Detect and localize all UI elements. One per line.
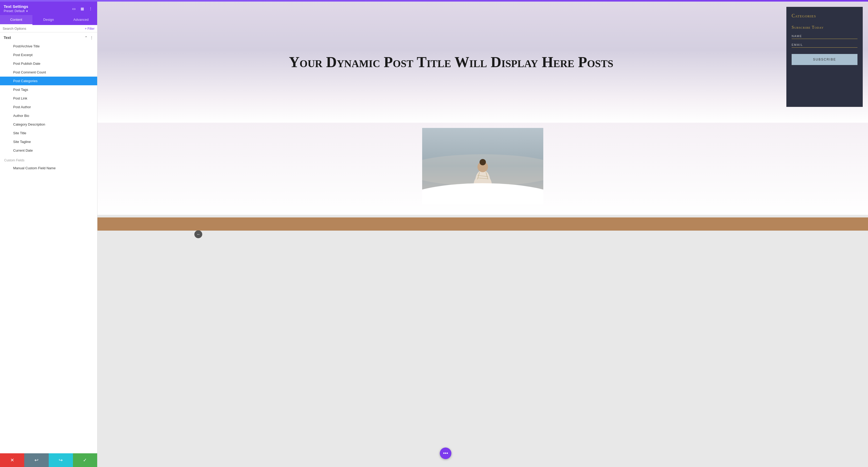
resize-icon[interactable]: ▭ bbox=[71, 6, 76, 11]
main-layout: Text Settings Preset: Default ▼ ▭ ▦ ⋮ Co… bbox=[0, 2, 868, 467]
post-image bbox=[422, 128, 543, 204]
tab-design[interactable]: Design bbox=[32, 15, 65, 25]
list-item-post-author[interactable]: Post Author bbox=[0, 103, 97, 111]
more-options-icon[interactable]: ⋮ bbox=[88, 6, 93, 11]
sidebar-email-label: EMAIL bbox=[792, 43, 858, 46]
text-section-header: Text ⌃ ⋮ bbox=[0, 32, 97, 42]
panel-preset[interactable]: Preset: Default ▼ bbox=[4, 9, 28, 13]
redo-button[interactable]: ↪ bbox=[49, 453, 73, 467]
section-more-icon[interactable]: ⋮ bbox=[90, 35, 93, 40]
svg-point-8 bbox=[479, 159, 486, 165]
tab-content[interactable]: Content bbox=[0, 15, 32, 25]
list-item-site-title[interactable]: Site Title bbox=[0, 129, 97, 137]
right-sidebar-card: Categories Subscribe Today NAME EMAIL Su… bbox=[786, 7, 863, 107]
search-input[interactable] bbox=[3, 27, 83, 31]
tab-advanced[interactable]: Advanced bbox=[65, 15, 97, 25]
subscribe-button[interactable]: Subscribe bbox=[792, 54, 858, 65]
list-item-post-excerpt[interactable]: Post Excerpt bbox=[0, 51, 97, 59]
confirm-button[interactable]: ✓ bbox=[73, 453, 97, 467]
left-panel: Text Settings Preset: Default ▼ ▭ ▦ ⋮ Co… bbox=[0, 2, 97, 467]
list-item-post-categories[interactable]: Post Categories bbox=[0, 76, 97, 85]
list-item-post-tags[interactable]: Post Tags bbox=[0, 85, 97, 94]
list-item-post-link[interactable]: Post Link bbox=[0, 94, 97, 103]
cancel-button[interactable]: ✕ bbox=[0, 453, 24, 467]
sidebar-name-label: NAME bbox=[792, 34, 858, 38]
list-item-post-publish-date[interactable]: Post Publish Date bbox=[0, 59, 97, 68]
undo-button[interactable]: ↩ bbox=[24, 453, 49, 467]
items-list: Post/Archive Title Post Excerpt Post Pub… bbox=[0, 42, 97, 453]
panel-tabs: Content Design Advanced bbox=[0, 15, 97, 25]
sidebar-subscribe-label: Subscribe Today bbox=[792, 25, 858, 30]
main-content: ↔ Your Dynamic Post Title Will Display H… bbox=[97, 2, 868, 467]
wave-overlay bbox=[422, 183, 543, 204]
list-item-manual-custom-field[interactable]: Manual Custom Field Name bbox=[0, 164, 97, 173]
list-item-author-bio[interactable]: Author Bio bbox=[0, 111, 97, 120]
section-title: Text bbox=[4, 35, 11, 40]
hero-section: Your Dynamic Post Title Will Display Her… bbox=[97, 2, 868, 123]
panel-title-group: Text Settings Preset: Default ▼ bbox=[4, 4, 28, 13]
resize-handle[interactable]: ↔ bbox=[194, 230, 202, 238]
custom-fields-label: Custom Fields bbox=[0, 155, 97, 164]
panel-title: Text Settings bbox=[4, 4, 28, 9]
search-bar: + Filter bbox=[0, 25, 97, 32]
list-item-current-date[interactable]: Current Date bbox=[0, 146, 97, 155]
list-item-post-comment-count[interactable]: Post Comment Count bbox=[0, 68, 97, 76]
filter-button[interactable]: + Filter bbox=[85, 27, 95, 31]
float-menu-button[interactable]: ••• bbox=[440, 447, 452, 459]
list-item-category-description[interactable]: Category Description bbox=[0, 120, 97, 129]
bottom-bar: ✕ ↩ ↪ ✓ bbox=[0, 453, 97, 467]
collapse-icon[interactable]: ⌃ bbox=[85, 35, 88, 40]
sidebar-name-input-line bbox=[792, 39, 858, 39]
panel-header: Text Settings Preset: Default ▼ ▭ ▦ ⋮ bbox=[0, 2, 97, 15]
list-item-site-tagline[interactable]: Site Tagline bbox=[0, 137, 97, 146]
hero-title: Your Dynamic Post Title Will Display Her… bbox=[289, 54, 613, 70]
panel-header-icons: ▭ ▦ ⋮ bbox=[71, 6, 93, 11]
list-item-post-archive-title[interactable]: Post/Archive Title bbox=[0, 42, 97, 51]
sidebar-categories-label: Categories bbox=[792, 13, 858, 19]
columns-icon[interactable]: ▦ bbox=[79, 6, 85, 11]
post-image-section bbox=[97, 123, 868, 215]
preset-arrow-icon: ▼ bbox=[26, 10, 28, 13]
section-controls: ⌃ ⋮ bbox=[85, 35, 93, 40]
bottom-section bbox=[97, 217, 868, 230]
